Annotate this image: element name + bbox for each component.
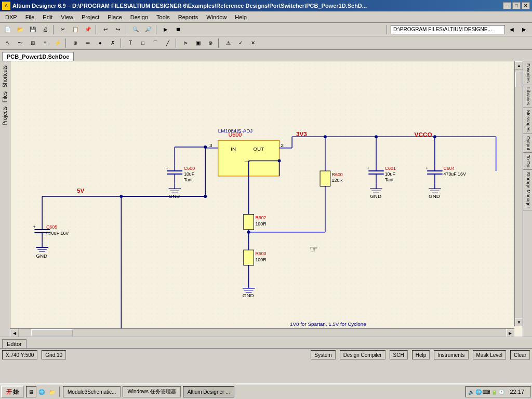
tb2-comp[interactable]: ⊞: [27, 37, 38, 49]
taskbar-altium[interactable]: Altium Designer ...: [183, 386, 235, 397]
status-sch[interactable]: SCH: [390, 350, 408, 360]
scroll-up-button[interactable]: ▲: [515, 61, 523, 70]
scroll-thumb-h[interactable]: [31, 329, 73, 336]
tb-paste[interactable]: 📌: [82, 24, 94, 35]
tb-undo[interactable]: ↩: [100, 24, 111, 35]
close-button[interactable]: ✕: [522, 2, 530, 9]
tb-nav-fwd[interactable]: ▶: [518, 24, 530, 35]
tb-redo[interactable]: ↪: [112, 24, 124, 35]
scroll-thumb-v[interactable]: [515, 72, 522, 87]
sidebar-todo[interactable]: To-Do: [523, 153, 532, 170]
svg-rect-92: [244, 250, 254, 265]
quicklaunch-icon1[interactable]: 🖥: [26, 386, 36, 397]
system-clock: 22:17: [506, 389, 528, 395]
scrollbar-vertical[interactable]: ▲ ▼: [514, 61, 523, 326]
sidebar-files[interactable]: Files: [1, 89, 9, 104]
tb2-arc[interactable]: ⌒: [150, 37, 161, 49]
tb2-port[interactable]: ⊳: [180, 37, 191, 49]
status-design-compiler[interactable]: Design Compiler: [340, 350, 385, 360]
svg-rect-2: [17, 61, 516, 337]
tb-zoomin[interactable]: 🔍: [130, 24, 141, 35]
tb2-net[interactable]: ≡: [39, 37, 51, 49]
status-system[interactable]: System: [311, 350, 335, 360]
sidebar-messages[interactable]: Messages: [523, 108, 532, 134]
svg-text:3V3: 3V3: [296, 130, 307, 137]
svg-point-57: [324, 135, 327, 138]
menu-place[interactable]: Place: [103, 13, 126, 21]
schematic-canvas[interactable]: U600 LM1084IS-ADJ IN OUT — 3 2 3V3 VCCO: [10, 61, 523, 337]
sidebar-shortcuts[interactable]: Shortcuts: [1, 63, 9, 89]
tb2-pin[interactable]: ⊕: [70, 37, 81, 49]
menu-view[interactable]: View: [57, 13, 77, 21]
menu-dxp[interactable]: DXP: [1, 13, 21, 21]
svg-text:2: 2: [281, 142, 283, 148]
tb2-noconnect[interactable]: ✗: [107, 37, 118, 49]
tb2-junction[interactable]: ●: [95, 37, 106, 49]
menu-edit[interactable]: Edit: [38, 13, 57, 21]
tb2-clear-err[interactable]: ✕: [247, 37, 259, 49]
menu-tools[interactable]: Tools: [152, 13, 174, 21]
tb2-bus[interactable]: ═: [82, 37, 94, 49]
tb2-err[interactable]: ⚠: [222, 37, 234, 49]
menu-window[interactable]: Window: [202, 13, 231, 21]
menu-reports[interactable]: Reports: [174, 13, 203, 21]
tab-editor[interactable]: Editor: [2, 339, 26, 348]
scroll-left-button[interactable]: ◀: [10, 329, 19, 337]
quicklaunch-icon2[interactable]: 🌐: [36, 386, 47, 397]
menu-help[interactable]: Help: [231, 13, 251, 21]
tb-print[interactable]: 🖨: [39, 24, 51, 35]
status-grid: Grid:10: [42, 350, 66, 360]
path-display: D:\PROGRAM FILES\ALTIUM DESIGNE...: [391, 25, 505, 34]
tb2-select[interactable]: ↖: [2, 37, 14, 49]
tb2-sheet[interactable]: ▣: [192, 37, 204, 49]
svg-text:GND: GND: [243, 292, 254, 298]
sidebar-favorites[interactable]: Favorites: [523, 61, 532, 85]
toolbar-1: 📄 📂 💾 🖨 ✂ 📋 📌 ↩ ↪ 🔍 🔎 ▶ ⏹ D:\PROGRAM FIL…: [0, 23, 532, 36]
svg-text:Tant: Tant: [385, 177, 394, 182]
tb-cut[interactable]: ✂: [57, 24, 69, 35]
sidebar-libraries[interactable]: Libraries: [523, 85, 532, 108]
sidebar-storage[interactable]: Storage Manager: [523, 170, 532, 211]
svg-text:LM1084IS-ADJ: LM1084IS-ADJ: [218, 128, 253, 134]
minimize-button[interactable]: ─: [503, 2, 511, 9]
menu-project[interactable]: Project: [77, 13, 103, 21]
status-help[interactable]: Help: [412, 350, 430, 360]
taskbar-module3[interactable]: Module3Schematic...: [63, 386, 121, 397]
tb-copy[interactable]: 📋: [70, 24, 81, 35]
tab-schematic[interactable]: PCB_Power1D.SchDoc: [2, 52, 74, 61]
tb2-wire[interactable]: 〜: [15, 37, 26, 49]
tb2-rect[interactable]: □: [137, 37, 149, 49]
svg-text:+: +: [425, 166, 428, 171]
tb-stop[interactable]: ⏹: [172, 24, 184, 35]
tray-icon2: 🌐: [475, 389, 482, 395]
tb-open[interactable]: 📂: [15, 24, 26, 35]
tb-zoomout[interactable]: 🔎: [142, 24, 154, 35]
app-icon: A: [2, 2, 10, 10]
tb2-probe[interactable]: ⊗: [205, 37, 216, 49]
quicklaunch-icon3[interactable]: 📁: [47, 386, 57, 397]
scroll-right-button[interactable]: ▶: [506, 329, 514, 337]
tb-save[interactable]: 💾: [27, 24, 38, 35]
status-coords: X:740 Y:500: [2, 350, 37, 360]
status-instruments[interactable]: Instruments: [434, 350, 468, 360]
status-clear[interactable]: Clear: [510, 350, 530, 360]
tb2-power[interactable]: ⚡: [52, 37, 63, 49]
tb-run[interactable]: ▶: [160, 24, 171, 35]
left-sidebar: Shortcuts Files Projects: [0, 61, 10, 337]
scrollbar-horizontal[interactable]: ◀ ▶: [10, 328, 514, 337]
tb2-line[interactable]: ╱: [162, 37, 174, 49]
taskbar-taskmgr[interactable]: Windows 任务管理器: [123, 386, 180, 397]
menu-file[interactable]: File: [21, 13, 39, 21]
tb2-check[interactable]: ✓: [235, 37, 246, 49]
svg-point-104: [247, 231, 250, 234]
menu-design[interactable]: Design: [126, 13, 152, 21]
tb-new[interactable]: 📄: [2, 24, 14, 35]
maximize-button[interactable]: □: [512, 2, 521, 9]
sidebar-output[interactable]: Output: [523, 134, 532, 153]
tb2-text[interactable]: T: [125, 37, 136, 49]
sidebar-projects[interactable]: Projects: [1, 104, 9, 127]
tb-nav-back[interactable]: ◀: [506, 24, 517, 35]
scroll-down-button[interactable]: ▼: [515, 318, 523, 326]
start-button[interactable]: 开始: [1, 385, 24, 398]
menu-bar: DXP File Edit View Project Place Design …: [0, 11, 532, 23]
